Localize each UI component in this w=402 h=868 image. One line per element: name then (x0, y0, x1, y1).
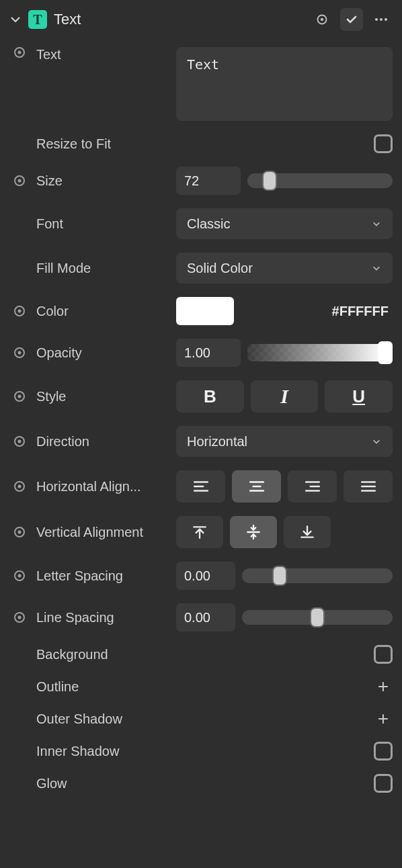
chevron-down-icon (371, 436, 382, 447)
keyframe-valign[interactable] (14, 527, 25, 537)
fill-mode-row: Fill Mode Solid Color (9, 246, 393, 290)
resize-label: Resize to Fit (36, 136, 169, 152)
ellipsis-icon (375, 18, 387, 21)
outline-label: Outline (36, 679, 169, 695)
resize-row: Resize to Fit (9, 128, 393, 160)
keyframe-color[interactable] (14, 306, 25, 316)
align-justify-button[interactable] (344, 470, 393, 503)
fill-mode-label: Fill Mode (36, 261, 169, 276)
direction-select[interactable]: Horizontal (176, 426, 393, 457)
keyframe-opacity[interactable] (14, 347, 25, 358)
text-label: Text (36, 47, 169, 62)
text-properties-panel: T Text Text Text Resize to Fit Size (0, 0, 402, 808)
keyframe-letter-spacing[interactable] (14, 570, 25, 581)
direction-value: Horizontal (187, 434, 247, 449)
size-label: Size (36, 173, 169, 189)
line-spacing-row: Line Spacing (9, 597, 393, 638)
collapse-toggle[interactable] (9, 13, 22, 26)
line-spacing-label: Line Spacing (36, 610, 169, 625)
direction-label: Direction (36, 434, 169, 449)
align-left-button[interactable] (176, 470, 225, 503)
keyframe-line-spacing[interactable] (14, 612, 25, 623)
text-row: Text Text (9, 40, 393, 128)
color-row: Color #FFFFFF (9, 290, 393, 332)
opacity-input[interactable] (176, 339, 241, 367)
letter-spacing-label: Letter Spacing (36, 568, 169, 584)
svg-point-1 (321, 18, 323, 21)
fill-mode-select[interactable]: Solid Color (176, 253, 393, 284)
halign-row: Horizontal Align... (9, 464, 393, 509)
color-label: Color (36, 304, 169, 319)
size-slider[interactable] (247, 173, 393, 188)
letter-spacing-slider[interactable] (242, 568, 393, 583)
add-outline-button[interactable]: + (374, 677, 393, 696)
glow-checkbox[interactable] (374, 774, 393, 793)
color-hex: #FFFFFF (332, 304, 393, 319)
outline-row: Outline + (9, 670, 393, 703)
color-swatch[interactable] (176, 297, 234, 325)
inner-shadow-checkbox[interactable] (374, 742, 393, 761)
opacity-label: Opacity (36, 345, 169, 361)
align-bottom-button[interactable] (284, 516, 331, 548)
font-select[interactable]: Classic (176, 208, 393, 239)
keyframe-direction[interactable] (14, 436, 25, 447)
outer-shadow-row: Outer Shadow + (9, 703, 393, 735)
font-value: Classic (187, 216, 230, 232)
header-actions (311, 8, 393, 31)
glow-row: Glow (9, 767, 393, 799)
opacity-row: Opacity (9, 332, 393, 374)
glow-label: Glow (36, 776, 169, 791)
background-label: Background (36, 647, 169, 662)
add-outer-shadow-button[interactable]: + (374, 709, 393, 728)
letter-spacing-row: Letter Spacing (9, 555, 393, 597)
panel-title: Text (54, 11, 304, 28)
inner-shadow-row: Inner Shadow (9, 735, 393, 767)
line-spacing-slider[interactable] (242, 610, 393, 625)
opacity-slider[interactable] (247, 344, 393, 361)
bold-button[interactable]: B (176, 380, 244, 413)
fill-mode-value: Solid Color (187, 261, 253, 276)
italic-button[interactable]: I (251, 380, 319, 413)
font-label: Font (36, 216, 169, 232)
text-input[interactable]: Text (176, 47, 393, 121)
align-top-button[interactable] (176, 516, 223, 548)
size-row: Size (9, 160, 393, 202)
letter-spacing-input[interactable] (176, 562, 235, 590)
direction-row: Direction Horizontal (9, 419, 393, 464)
style-row: Style B I U (9, 374, 393, 419)
background-checkbox[interactable] (374, 645, 393, 664)
chevron-down-icon (371, 263, 382, 273)
keyframe-halign[interactable] (14, 481, 25, 492)
more-menu-button[interactable] (370, 8, 393, 31)
text-type-badge: T (28, 10, 47, 29)
outer-shadow-label: Outer Shadow (36, 711, 169, 727)
keyframe-text[interactable] (14, 47, 25, 58)
line-spacing-input[interactable] (176, 603, 235, 632)
underline-button[interactable]: U (325, 380, 393, 413)
inner-shadow-label: Inner Shadow (36, 744, 169, 759)
align-right-button[interactable] (288, 470, 337, 503)
resize-checkbox[interactable] (374, 134, 393, 153)
target-icon[interactable] (311, 8, 333, 31)
chevron-down-icon (371, 218, 382, 229)
align-center-button[interactable] (232, 470, 281, 503)
font-row: Font Classic (9, 202, 393, 246)
keyframe-style[interactable] (14, 391, 25, 402)
size-input[interactable] (176, 167, 241, 195)
valign-label: Vertical Alignment (36, 525, 169, 540)
apply-button[interactable] (340, 8, 363, 31)
background-row: Background (9, 638, 393, 670)
valign-row: Vertical Alignment (9, 509, 393, 555)
panel-header: T Text (9, 8, 393, 40)
align-middle-button[interactable] (230, 516, 277, 548)
halign-label: Horizontal Align... (36, 479, 169, 494)
keyframe-size[interactable] (14, 175, 25, 186)
style-label: Style (36, 389, 169, 404)
